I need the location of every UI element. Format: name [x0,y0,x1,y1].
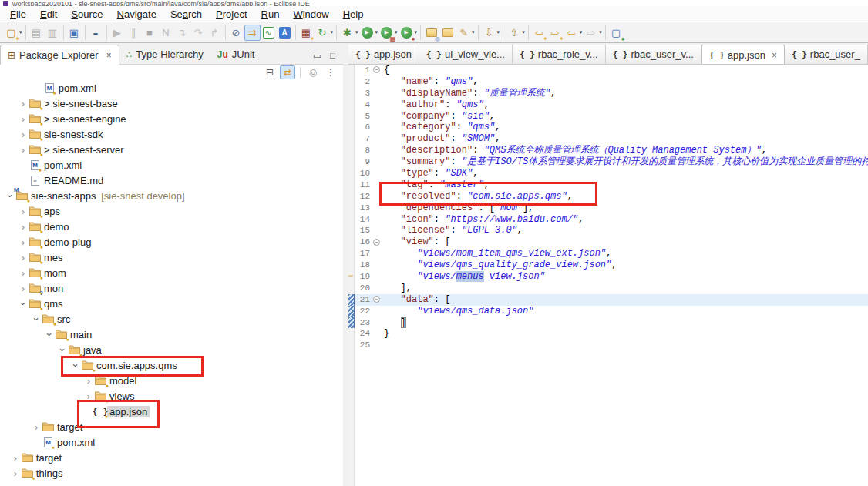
menu-source[interactable]: Source [64,8,109,21]
expand-arrow-icon[interactable]: › [83,375,94,387]
tree-item-readme.md[interactable]: ≡README.md [0,173,343,188]
open-folder-button[interactable] [439,25,456,41]
fold-collapse-icon[interactable]: − [373,239,380,246]
menu-search[interactable]: Search [163,8,209,21]
collapse-arrow-icon[interactable]: › [57,344,69,355]
minimize-view-button[interactable]: ▭ [313,51,321,61]
expand-arrow-icon[interactable]: › [18,283,29,294]
code-line-6[interactable]: 6 "category": "qms", [348,122,868,133]
new-wizard-button-dropdown[interactable]: ▾ [19,29,22,35]
step-over-button[interactable]: ↷ [190,25,207,41]
menu-project[interactable]: Project [209,8,254,21]
code-line-13[interactable]: 13 "dependencies": ["mom"], [348,203,868,214]
annotation-a-button[interactable]: A [277,25,293,41]
toggle-step-filters-button[interactable]: ⇉ [244,25,261,41]
expand-arrow-icon[interactable]: › [18,252,29,263]
editor-tab-ui-view-vie...[interactable]: { }ui_view_vie... [419,45,513,64]
code-line-15[interactable]: 15 "license": "LGPL 3.0", [348,225,868,236]
code-line-2[interactable]: 2 "name": "qms", [348,76,868,88]
coverage-button[interactable]: ∿ [261,25,277,41]
tree-item-sie-snest-apps[interactable]: ›●Msie-snest-apps [sie-snest develop] [0,188,343,203]
run-button-dropdown[interactable]: ▾ [375,29,378,35]
maximize-view-button[interactable]: □ [330,51,335,61]
tree-item-pom.xml[interactable]: M●pom.xml [0,80,343,96]
panel-sash[interactable] [343,43,348,486]
tree-item-model[interactable]: ›●model [0,373,343,388]
skip-breakpoints-button[interactable]: ⊘ [228,25,244,41]
save-all-button[interactable]: ▥ [45,25,61,41]
editor-body[interactable]: 1−{2 "name": "qms",3 "displayName": "质量管… [348,65,868,486]
fold-collapse-icon[interactable]: − [373,296,380,303]
gradle-refresh-button-dropdown[interactable]: ▾ [331,29,334,35]
editor-tab-rbac-user-v...[interactable]: { }rbac_user_v... [606,45,701,64]
collapse-arrow-icon[interactable]: › [18,298,29,309]
expand-arrow-icon[interactable]: › [18,267,29,279]
tree-item-mom[interactable]: ›●mom [0,265,343,280]
tree-item-sie-snest-server[interactable]: ›●> sie-snest-server [0,142,343,157]
editor-tab-app.json[interactable]: { }app.json× [701,45,785,65]
link-with-editor-button[interactable]: ⇄ [280,65,295,79]
collapse-all-button[interactable]: ⊟ [262,65,278,79]
back-history-button-dropdown[interactable]: ▾ [580,29,583,35]
code-line-4[interactable]: 4 "author": "qms", [348,99,868,111]
expand-arrow-icon[interactable]: › [31,421,42,433]
code-line-9[interactable]: 9 "summary": "是基于ISO/TS体系管理要求展开设计和开发的质量管… [348,156,868,168]
tree-item-sie-snest-base[interactable]: ›●> sie-snest-base [0,96,343,111]
suspend-button[interactable]: ∥ [126,25,142,41]
export-button-dropdown[interactable]: ▾ [522,29,525,35]
code-line-16[interactable]: 16− "view": [ [348,236,868,248]
tree-item-mon[interactable]: ›●?mon [0,280,343,296]
forward-history-button-dropdown[interactable]: ▾ [599,29,602,35]
open-console-button[interactable]: ▣ [66,25,82,41]
expand-arrow-icon[interactable]: › [10,468,21,479]
project-tree[interactable]: M●pom.xml›●> sie-snest-base›●> sie-snest… [0,80,343,486]
expand-arrow-icon[interactable]: › [18,221,29,233]
tree-item-pom.xml[interactable]: M●pom.xml [0,157,343,173]
code-line-12[interactable]: 12 "resolved": "com.sie.apps.qms", [348,191,868,203]
tree-item-qms[interactable]: ›●qms [0,296,343,311]
menu-window[interactable]: Window [286,8,335,21]
tree-item-target[interactable]: ›target [0,419,343,434]
collapse-arrow-icon[interactable]: › [44,329,56,340]
code-line-17[interactable]: 17 "views/mom_item_qms_view_ext.json", [348,248,868,260]
close-tab-icon[interactable]: × [772,50,777,61]
save-button[interactable]: ▤ [29,25,45,41]
new-wizard-button[interactable]: ▢✦ [3,25,19,41]
import-button[interactable]: ⇩ [481,25,497,41]
tree-item-demo-plug[interactable]: ›●demo-plug [0,234,343,250]
tree-item-main[interactable]: ›●main [0,327,343,342]
code-line-23[interactable]: 23 ] [348,317,868,329]
tree-item-src[interactable]: ›●src [0,311,343,327]
wand-button[interactable]: ✎ [456,25,472,41]
expand-arrow-icon[interactable]: › [18,129,29,140]
menu-help[interactable]: Help [336,8,371,21]
filters-button[interactable]: ◎ [305,65,321,79]
tree-item-app.json[interactable]: { }●app.json [0,404,343,419]
plugin-grid-button[interactable]: ▦✦ [298,25,315,41]
view-menu-button[interactable]: ⋮ [323,65,338,79]
expand-arrow-icon[interactable]: › [83,390,94,402]
fold-collapse-icon[interactable]: − [373,66,380,73]
back-history-button[interactable]: ⇦ [564,25,580,41]
tree-item-views[interactable]: ›●views [0,388,343,404]
expand-arrow-icon[interactable]: › [18,98,29,109]
editor-tab-rbac-user[interactable]: { }rbac_user_ [785,45,868,64]
tree-item-com.sie.apps.qms[interactable]: ›●com.sie.apps.qms [0,357,343,373]
run-button[interactable]: ▶ [359,25,375,41]
open-folder-remote-button[interactable]: ◎ [423,25,439,41]
expand-arrow-icon[interactable]: › [18,236,29,248]
debug-bug-button[interactable]: ✱ [339,25,355,41]
resume-button[interactable]: ▶ [109,25,126,41]
tree-item-demo[interactable]: ›●demo [0,219,343,234]
close-tab-icon[interactable]: × [106,50,112,61]
view-tab-junit[interactable]: JuJUnit [210,45,262,64]
step-into-button[interactable]: ↴ [174,25,190,41]
expand-arrow-icon[interactable]: › [18,144,29,156]
collapse-arrow-icon[interactable]: › [70,360,82,370]
menu-navigate[interactable]: Navigate [110,8,163,21]
code-line-20[interactable]: 20 ], [348,283,868,294]
coverage-run-button[interactable]: ▶▦ [378,25,395,41]
tree-item-target[interactable]: ›target [0,450,343,465]
gradle-refresh-button[interactable]: ↻ [315,25,331,41]
code-line-22[interactable]: 22 "views/qms_data.json" [348,306,868,317]
